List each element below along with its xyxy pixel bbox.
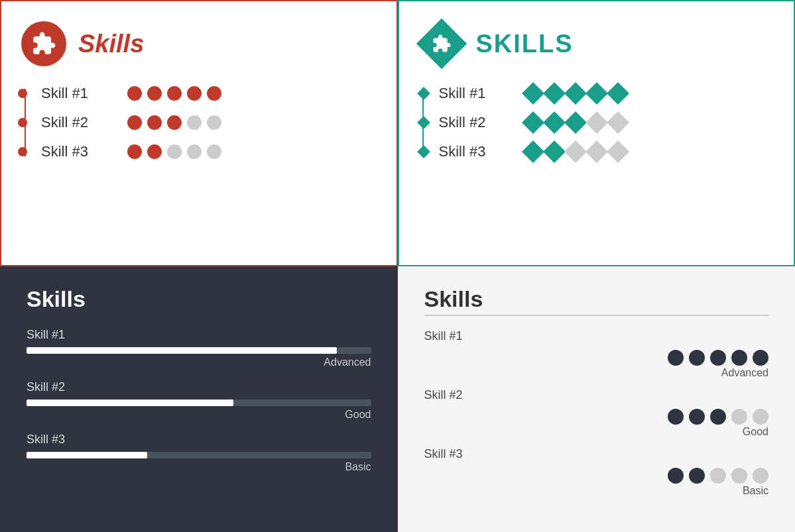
skill-name-light-2: Skill #2 — [424, 388, 769, 402]
dl3-3 — [710, 468, 726, 484]
panel-light-title: Skills — [424, 286, 769, 312]
skill-name-teal-2: Skill #2 — [439, 114, 512, 131]
progress-fill-dark-1 — [27, 347, 337, 354]
dot-r2-2 — [147, 115, 162, 130]
dot-r3-1 — [127, 144, 142, 159]
skill-name-teal-1: Skill #1 — [439, 85, 512, 102]
panel-teal-title: SKILLS — [476, 30, 574, 58]
panel-red: Skills Skill #1 Skill #2 — [0, 0, 398, 266]
skill-level-light-2: Good — [424, 426, 769, 438]
skill-block-dark-3: Skill #3 Basic — [27, 433, 371, 473]
skill-name-dark-3: Skill #3 — [27, 433, 371, 447]
skill-name-red-2: Skill #2 — [41, 114, 114, 131]
dot-r2-1 — [127, 115, 142, 130]
dot-r2-5 — [207, 115, 221, 130]
dot-r1-4 — [187, 86, 202, 101]
d-t3-1 — [522, 140, 544, 163]
skills-list-red: Skill #1 Skill #2 Skill #3 — [21, 85, 370, 160]
skill-name-red-1: Skill #1 — [41, 85, 114, 102]
skill-row-teal-3: Skill #3 — [439, 143, 768, 160]
d-t2-5 — [607, 111, 629, 134]
skills-list-teal: Skill #1 Skill #2 Skill #3 — [419, 85, 768, 160]
skill-name-dark-2: Skill #2 — [27, 380, 371, 394]
d-t3-3 — [564, 140, 587, 163]
skill-block-light-2: Skill #2 Good — [424, 388, 769, 438]
dot-r1-1 — [127, 86, 142, 101]
dl2-3 — [710, 409, 726, 425]
skill-row-red-3: Skill #3 — [41, 143, 370, 160]
skill-name-teal-3: Skill #3 — [439, 143, 512, 160]
d-t1-3 — [564, 82, 587, 105]
dl1-5 — [753, 350, 768, 366]
skills-icon-red — [21, 21, 66, 66]
dl1-4 — [731, 350, 747, 366]
progress-bar-dark-1 — [27, 347, 371, 354]
skill-block-light-1: Skill #1 Advanced — [424, 329, 769, 379]
dots-red-1 — [127, 86, 221, 101]
dot-marker-red-3 — [18, 147, 27, 156]
panel-teal: SKILLS Skill #1 Skill #2 — [398, 0, 796, 266]
dl3-1 — [668, 468, 684, 484]
skill-block-dark-2: Skill #2 Good — [27, 380, 371, 421]
d-t1-1 — [522, 82, 544, 105]
dots-light-3 — [424, 468, 769, 484]
d-t2-2 — [543, 111, 566, 134]
diamond-marker-teal-2 — [417, 116, 430, 129]
puzzle-icon-red — [31, 31, 56, 56]
dl1-1 — [668, 350, 684, 366]
dot-r1-5 — [207, 86, 221, 101]
dot-r1-3 — [167, 86, 182, 101]
skill-block-light-3: Skill #3 Basic — [424, 447, 769, 497]
skill-row-red-1: Skill #1 — [41, 85, 370, 102]
skill-level-light-1: Advanced — [424, 367, 769, 379]
dl2-1 — [668, 409, 684, 425]
panel-red-header: Skills — [21, 21, 370, 66]
panel-light: Skills Skill #1 Advanced Skill #2 Good S… — [398, 266, 796, 533]
d-t3-5 — [607, 140, 629, 163]
d-t1-2 — [543, 82, 566, 105]
skill-block-dark-1: Skill #1 Advanced — [27, 328, 371, 368]
dots-red-3 — [127, 144, 221, 159]
dl3-5 — [753, 468, 768, 484]
progress-fill-dark-2 — [27, 399, 233, 406]
progress-bar-dark-2 — [27, 399, 371, 406]
skills-icon-teal — [419, 21, 464, 66]
dot-marker-red-1 — [18, 89, 27, 98]
dot-r3-2 — [147, 144, 162, 159]
dl1-2 — [689, 350, 705, 366]
d-t1-4 — [585, 82, 608, 105]
diamonds-teal-2 — [525, 115, 626, 131]
dl2-4 — [731, 409, 747, 425]
dl2-2 — [689, 409, 705, 425]
dot-r2-3 — [167, 115, 182, 130]
dots-red-2 — [127, 115, 221, 130]
panel-red-title: Skills — [78, 30, 144, 58]
d-t3-4 — [585, 140, 608, 163]
skill-level-dark-2: Good — [27, 409, 371, 421]
dot-marker-red-2 — [18, 118, 27, 127]
puzzle-icon-teal — [432, 34, 452, 54]
skill-level-dark-1: Advanced — [27, 356, 371, 368]
progress-bar-dark-3 — [27, 452, 371, 458]
panel-teal-header: SKILLS — [419, 21, 768, 66]
dl1-3 — [710, 350, 726, 366]
d-t2-3 — [564, 111, 587, 134]
diamonds-teal-1 — [525, 85, 626, 101]
diamonds-teal-3 — [525, 144, 626, 160]
dl2-5 — [753, 409, 768, 425]
skill-row-teal-2: Skill #2 — [439, 114, 768, 131]
dl3-2 — [689, 468, 705, 484]
dot-r1-2 — [147, 86, 162, 101]
dot-r3-3 — [167, 144, 182, 159]
dot-r3-4 — [187, 144, 202, 159]
skill-name-light-3: Skill #3 — [424, 447, 769, 461]
skill-name-red-3: Skill #3 — [41, 143, 114, 160]
skill-level-light-3: Basic — [424, 485, 769, 497]
d-t1-5 — [607, 82, 629, 105]
divider-light — [424, 315, 769, 316]
d-t2-4 — [585, 111, 608, 134]
skill-level-dark-3: Basic — [27, 461, 371, 473]
skill-name-light-1: Skill #1 — [424, 329, 769, 343]
d-t2-1 — [522, 111, 544, 134]
skill-row-red-2: Skill #2 — [41, 114, 370, 131]
